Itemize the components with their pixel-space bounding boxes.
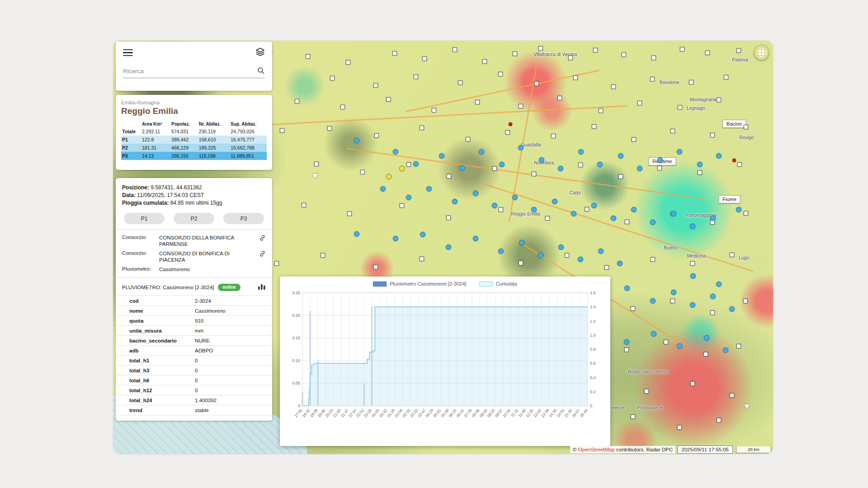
radar-opacity-button[interactable] bbox=[754, 45, 769, 60]
station-marker-red[interactable] bbox=[508, 122, 512, 126]
station-marker-circle[interactable] bbox=[479, 149, 484, 155]
station-marker-circle[interactable] bbox=[531, 207, 537, 212]
station-marker-square[interactable] bbox=[513, 52, 517, 56]
station-marker-circle[interactable] bbox=[690, 224, 695, 229]
station-marker-square[interactable] bbox=[592, 124, 596, 129]
station-marker-square[interactable] bbox=[302, 203, 306, 207]
station-marker-square[interactable] bbox=[631, 306, 635, 311]
station-marker-circle[interactable] bbox=[473, 236, 478, 241]
station-marker-square[interactable] bbox=[492, 166, 497, 171]
station-marker-square[interactable] bbox=[447, 174, 451, 178]
station-marker-circle[interactable] bbox=[736, 207, 741, 212]
station-marker-square[interactable] bbox=[744, 125, 748, 129]
p1-button[interactable]: P1 bbox=[124, 213, 165, 224]
station-marker-circle[interactable] bbox=[473, 191, 478, 196]
region-row-P1[interactable]: P1122.8389,442158,61016,475,777 bbox=[121, 136, 267, 144]
station-marker-circle[interactable] bbox=[558, 166, 563, 171]
station-marker-square[interactable] bbox=[499, 207, 503, 212]
station-marker-circle[interactable] bbox=[426, 186, 432, 192]
station-marker-square[interactable] bbox=[703, 352, 708, 357]
station-marker-square[interactable] bbox=[400, 203, 404, 208]
station-marker-circle[interactable] bbox=[558, 244, 564, 250]
station-marker-circle[interactable] bbox=[420, 232, 425, 237]
station-marker-circle[interactable] bbox=[552, 199, 557, 204]
station-marker-square[interactable] bbox=[644, 389, 649, 394]
station-marker-circle[interactable] bbox=[591, 203, 597, 208]
station-marker-square[interactable] bbox=[717, 98, 721, 102]
station-marker-circle[interactable] bbox=[578, 149, 584, 155]
station-marker-square[interactable] bbox=[551, 134, 556, 138]
station-marker-square[interactable] bbox=[650, 77, 655, 81]
menu-icon[interactable] bbox=[123, 47, 133, 58]
station-marker-circle[interactable] bbox=[459, 165, 465, 171]
station-marker-circle[interactable] bbox=[716, 153, 722, 159]
station-marker-square[interactable] bbox=[557, 96, 562, 100]
station-marker-square[interactable] bbox=[724, 75, 728, 80]
station-marker-square[interactable] bbox=[604, 265, 609, 270]
station-marker-square[interactable] bbox=[611, 84, 616, 89]
map-chip-bacino[interactable]: Bacino bbox=[722, 120, 746, 128]
station-marker-circle[interactable] bbox=[393, 149, 398, 155]
station-marker-circle[interactable] bbox=[519, 240, 524, 245]
station-marker-square[interactable] bbox=[420, 126, 424, 130]
station-marker-square[interactable] bbox=[737, 162, 742, 167]
station-marker-circle[interactable] bbox=[598, 249, 604, 254]
station-marker-square[interactable] bbox=[664, 340, 668, 344]
station-marker-square[interactable] bbox=[482, 59, 487, 64]
station-marker-square[interactable] bbox=[274, 261, 279, 266]
station-marker-circle[interactable] bbox=[413, 161, 419, 167]
station-marker-square[interactable] bbox=[347, 211, 352, 216]
station-marker-square[interactable] bbox=[306, 54, 310, 59]
layers-icon[interactable] bbox=[255, 47, 265, 58]
station-marker-circle[interactable] bbox=[617, 261, 623, 266]
station-marker-circle[interactable] bbox=[704, 335, 709, 341]
station-marker-circle[interactable] bbox=[611, 216, 616, 221]
station-marker-circle[interactable] bbox=[650, 220, 656, 225]
station-marker-square[interactable] bbox=[295, 99, 299, 103]
station-marker-yellow[interactable] bbox=[386, 174, 392, 179]
station-marker-square[interactable] bbox=[360, 170, 365, 174]
station-marker-square[interactable] bbox=[453, 47, 457, 52]
station-marker-square[interactable] bbox=[327, 126, 332, 131]
station-chart-button[interactable] bbox=[258, 283, 266, 291]
station-marker-circle[interactable] bbox=[380, 186, 386, 192]
station-marker-square[interactable] bbox=[744, 211, 748, 216]
station-marker-circle[interactable] bbox=[637, 166, 642, 171]
station-marker-square[interactable] bbox=[677, 425, 682, 430]
station-marker-square[interactable] bbox=[651, 257, 655, 262]
p2-button[interactable]: P2 bbox=[174, 213, 214, 224]
station-marker-square[interactable] bbox=[698, 170, 702, 175]
station-marker-circle[interactable] bbox=[406, 195, 411, 200]
station-marker-square[interactable] bbox=[406, 162, 411, 167]
station-marker-square[interactable] bbox=[373, 83, 378, 88]
station-marker-square[interactable] bbox=[534, 81, 539, 86]
station-marker-square[interactable] bbox=[710, 133, 715, 137]
station-marker-square[interactable] bbox=[475, 100, 480, 104]
station-marker-square[interactable] bbox=[505, 130, 510, 135]
station-marker-circle[interactable] bbox=[498, 249, 504, 254]
station-marker-square[interactable] bbox=[624, 347, 629, 352]
external-link-icon[interactable] bbox=[259, 235, 266, 242]
station-marker-square[interactable] bbox=[618, 174, 623, 179]
region-row-P2[interactable]: P2181.31466,129189,32519,662,788 bbox=[121, 144, 267, 152]
station-marker-square[interactable] bbox=[565, 253, 569, 258]
region-row-P3[interactable]: P314.13286,155118,18811,989,851 bbox=[121, 152, 267, 160]
station-marker-square[interactable] bbox=[498, 72, 503, 76]
station-marker-circle[interactable] bbox=[657, 157, 663, 163]
station-marker-square[interactable] bbox=[573, 75, 578, 80]
station-marker-circle[interactable] bbox=[354, 138, 359, 143]
station-marker-square[interactable] bbox=[321, 253, 325, 258]
station-marker-circle[interactable] bbox=[452, 199, 458, 204]
station-marker-yellow[interactable] bbox=[399, 166, 405, 171]
station-marker-circle[interactable] bbox=[446, 244, 451, 250]
station-marker-circle[interactable] bbox=[439, 153, 444, 159]
station-marker-red[interactable] bbox=[732, 159, 736, 163]
station-marker-square[interactable] bbox=[637, 101, 642, 105]
station-marker-circle[interactable] bbox=[690, 273, 696, 279]
station-marker-square[interactable] bbox=[519, 261, 523, 265]
station-marker-square[interactable] bbox=[670, 299, 675, 303]
station-marker-square[interactable] bbox=[538, 46, 543, 51]
search-input[interactable] bbox=[123, 65, 257, 78]
station-marker-square[interactable] bbox=[568, 56, 573, 60]
link-row-value[interactable]: Cassimoreno bbox=[159, 266, 266, 272]
